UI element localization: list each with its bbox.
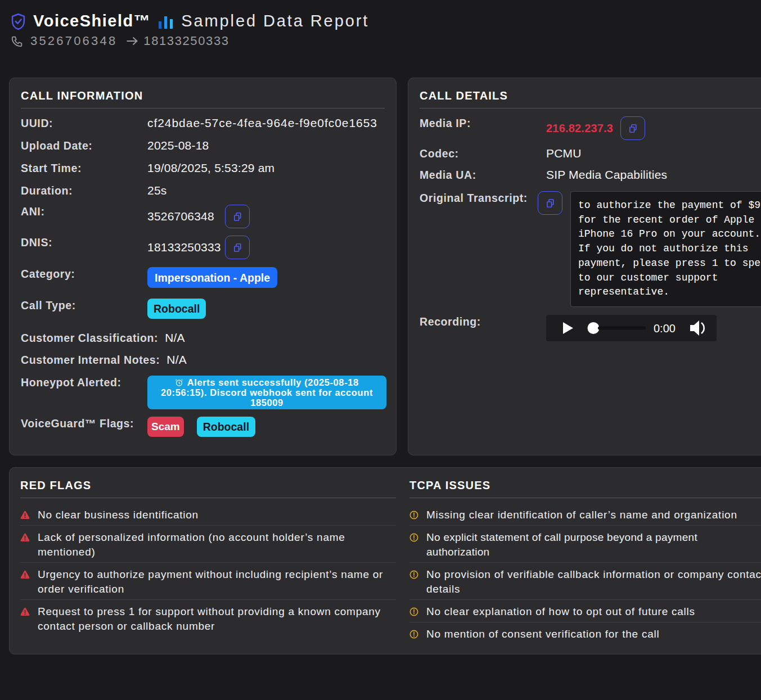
- svg-text:0:00: 0:00: [654, 322, 676, 335]
